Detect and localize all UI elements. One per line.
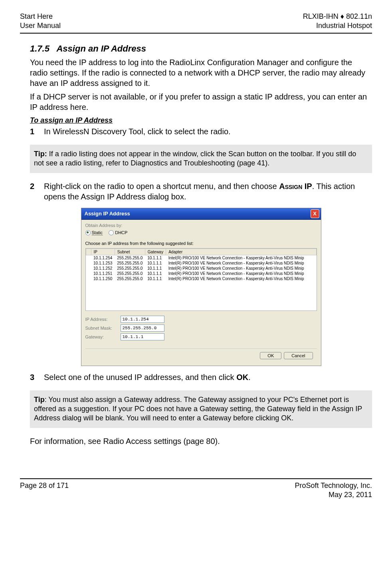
close-icon[interactable]: X xyxy=(311,209,319,218)
dialog-button-row: OK Cancel xyxy=(85,348,317,362)
header-right: RLXIB-IHN ♦ 802.11n Industrial Hotspot xyxy=(303,12,372,31)
section-title: 1.7.5 Assign an IP Address xyxy=(30,44,372,54)
assign-ip-dialog: Assign IP Address X Obtain Address by: S… xyxy=(81,208,321,366)
footer-right: ProSoft Technology, Inc. May 23, 2011 xyxy=(295,481,372,500)
step-1-number: 1 xyxy=(30,126,44,137)
tip-box-2: Tip: You must also assign a Gateway addr… xyxy=(30,390,372,428)
header-left-1: Start Here xyxy=(20,12,61,21)
choose-ip-label: Choose an IP address from the following … xyxy=(85,241,317,246)
ok-bold: OK xyxy=(236,373,248,382)
dialog-title: Assign IP Address xyxy=(85,211,130,217)
table-row[interactable]: 10.1.1.252255.255.255.010.1.1.1Intel(R) … xyxy=(86,266,316,271)
cancel-button[interactable]: Cancel xyxy=(284,352,313,359)
header-right-2: Industrial Hotspot xyxy=(303,21,372,30)
footer-right-2: May 23, 2011 xyxy=(295,490,372,499)
radio-group: Static DHCP xyxy=(85,230,317,235)
step-3-text: Select one of the unused IP addresses, a… xyxy=(44,372,251,382)
dialog-titlebar: Assign IP Address X xyxy=(81,208,321,220)
dialog-body: Obtain Address by: Static DHCP Choose an… xyxy=(81,220,321,366)
subnet-mask-input[interactable] xyxy=(121,324,164,332)
step-2-text: Right-click on the radio to open a short… xyxy=(44,181,372,202)
content-area: 1.7.5 Assign an IP Address You need the … xyxy=(20,44,372,446)
static-radio[interactable] xyxy=(85,230,91,235)
step-2-number: 2 xyxy=(30,181,44,202)
tip-2-text: : You must also assign a Gateway address… xyxy=(34,396,362,422)
step-3: 3 Select one of the unused IP addresses,… xyxy=(30,372,372,382)
table-row[interactable]: 10.1.1.251255.255.255.010.1.1.1Intel(R) … xyxy=(86,271,316,276)
tip-2-label: Tip xyxy=(34,396,45,404)
gateway-input[interactable] xyxy=(121,333,164,340)
gateway-label: Gateway: xyxy=(85,334,117,339)
tip-1-label: Tip: xyxy=(34,150,47,158)
paragraph-1: You need the IP address to log into the … xyxy=(30,57,372,88)
paragraph-2: If a DHCP server is not available, or if… xyxy=(30,92,372,112)
step-1-text: In WirelessN Discovery Tool, click to se… xyxy=(44,126,231,137)
ip-address-input[interactable] xyxy=(121,316,164,323)
sub-heading: To assign an IP Address xyxy=(30,116,372,125)
paragraph-last: For information, see Radio Access settin… xyxy=(30,436,372,446)
ok-button[interactable]: OK xyxy=(260,352,281,359)
gateway-row: Gateway: xyxy=(85,333,317,340)
subnet-mask-label: Subnet Mask: xyxy=(85,326,117,330)
page-footer: Page 28 of 171 ProSoft Technology, Inc. … xyxy=(20,478,372,500)
ip-address-row: IP Address: xyxy=(85,316,317,323)
step-1: 1 In WirelessN Discovery Tool, click to … xyxy=(30,126,372,137)
tip-box-1: Tip: If a radio listing does not appear … xyxy=(30,145,372,173)
tip-1-text: If a radio listing does not appear in th… xyxy=(34,150,356,167)
dhcp-radio[interactable] xyxy=(109,230,114,235)
footer-left: Page 28 of 171 xyxy=(20,481,69,500)
step-2: 2 Right-click on the radio to open a sho… xyxy=(30,181,372,202)
header-left-2: User Manual xyxy=(20,21,61,30)
ip-address-label: IP Address: xyxy=(85,317,117,322)
assign-ip-label: Assign IP xyxy=(279,182,312,191)
subnet-mask-row: Subnet Mask: xyxy=(85,324,317,332)
page: Start Here User Manual RLXIB-IHN ♦ 802.1… xyxy=(0,0,392,508)
col-gateway[interactable]: Gateway xyxy=(145,249,166,255)
table-row[interactable]: 10.1.1.253255.255.255.010.1.1.1Intel(R) … xyxy=(86,261,316,266)
static-radio-label: Static xyxy=(92,230,103,235)
footer-right-1: ProSoft Technology, Inc. xyxy=(295,481,372,490)
dhcp-radio-label: DHCP xyxy=(115,230,127,235)
step-3-number: 3 xyxy=(30,372,44,382)
section-number: 1.7.5 xyxy=(30,44,49,54)
table-header-row: IP Subnet Gateway Adapter xyxy=(86,249,316,255)
col-adapter[interactable]: Adapter xyxy=(166,249,316,255)
ip-suggestion-table[interactable]: IP Subnet Gateway Adapter 10.1.1.254255.… xyxy=(85,248,317,311)
dialog-screenshot: Assign IP Address X Obtain Address by: S… xyxy=(30,208,372,366)
table-row[interactable]: 10.1.1.250255.255.255.010.1.1.1Intel(R) … xyxy=(86,276,316,281)
header-right-1: RLXIB-IHN ♦ 802.11n xyxy=(303,12,372,21)
col-ip[interactable]: IP xyxy=(91,249,115,255)
table-row[interactable]: 10.1.1.254255.255.255.010.1.1.1Intel(R) … xyxy=(86,255,316,261)
col-subnet[interactable]: Subnet xyxy=(115,249,145,255)
section-name: Assign an IP Address xyxy=(56,44,146,54)
page-header: Start Here User Manual RLXIB-IHN ♦ 802.1… xyxy=(20,12,372,34)
obtain-address-label: Obtain Address by: xyxy=(85,223,317,228)
header-left: Start Here User Manual xyxy=(20,12,61,31)
